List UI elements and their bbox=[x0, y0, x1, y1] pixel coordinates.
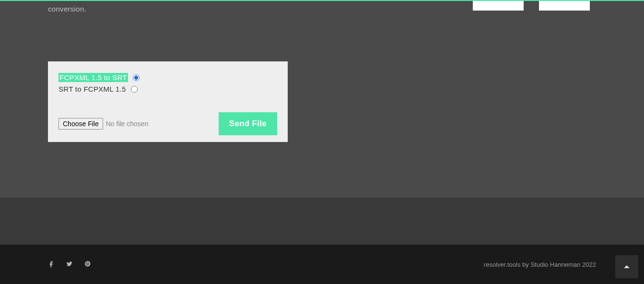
header-white-block-2 bbox=[539, 1, 590, 11]
scroll-to-top-button[interactable] bbox=[615, 255, 638, 278]
footer-bar: resolver.tools by Studio Hanneman 2022 bbox=[0, 245, 644, 284]
dark-section bbox=[0, 198, 644, 245]
social-icons bbox=[48, 260, 91, 269]
radio-fcpxml-to-srt[interactable] bbox=[133, 74, 140, 81]
conversion-form-card: FCPXML 1.5 to SRT SRT to FCPXML 1.5 Choo… bbox=[48, 61, 288, 142]
file-status-text: No file chosen bbox=[106, 120, 149, 128]
radio-row-fcpxml-to-srt: FCPXML 1.5 to SRT bbox=[59, 73, 277, 82]
file-chooser: Choose File No file chosen bbox=[59, 118, 148, 130]
radio-label-fcpxml-to-srt[interactable]: FCPXML 1.5 to SRT bbox=[59, 73, 128, 82]
facebook-icon[interactable] bbox=[48, 260, 55, 269]
radio-row-srt-to-fcpxml: SRT to FCPXML 1.5 bbox=[59, 85, 277, 93]
fragment-text: conversion. bbox=[48, 5, 86, 13]
choose-file-button[interactable]: Choose File bbox=[59, 118, 103, 130]
send-file-button[interactable]: Send File bbox=[219, 112, 277, 135]
form-bottom-row: Choose File No file chosen Send File bbox=[59, 112, 277, 135]
pinterest-icon[interactable] bbox=[84, 260, 91, 269]
radio-label-srt-to-fcpxml[interactable]: SRT to FCPXML 1.5 bbox=[59, 85, 126, 93]
twitter-icon[interactable] bbox=[66, 260, 73, 269]
radio-srt-to-fcpxml[interactable] bbox=[131, 86, 138, 93]
chevron-up-icon bbox=[622, 262, 631, 271]
header-white-block-1 bbox=[473, 1, 524, 11]
footer-credit: resolver.tools by Studio Hanneman 2022 bbox=[484, 261, 596, 268]
